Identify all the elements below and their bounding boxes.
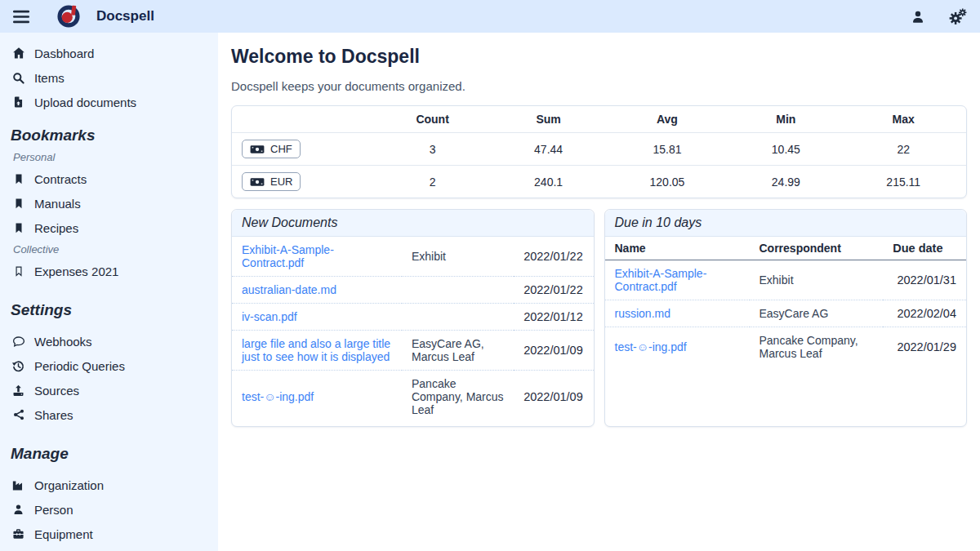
sidebar-item-label: Dasbhoard [34, 47, 94, 60]
bookmark-filled-icon [11, 172, 26, 186]
due-documents-table: Name Correspondent Due date Exhibit-A-Sa… [605, 237, 967, 367]
stats-value: 2 [372, 166, 494, 198]
new-documents-title: New Documents [232, 210, 594, 237]
topbar-actions [911, 7, 967, 26]
document-link[interactable]: test-☺-ing.pdf [242, 390, 314, 403]
document-date: 2022/01/09 [514, 371, 593, 424]
user-menu-icon[interactable] [911, 9, 925, 24]
document-link[interactable]: australian-date.md [242, 283, 336, 296]
stats-corner-cell [232, 106, 372, 133]
docspell-logo-icon[interactable] [57, 5, 80, 28]
document-link[interactable]: iv-scan.pdf [242, 310, 297, 323]
sidebar-item-label: Recipes [34, 221, 78, 235]
new-documents-table: Exhibit-A-Sample-Contract.pdf Exhibit 20… [232, 237, 594, 423]
sidebar-item-bookmark-contracts[interactable]: Contracts [11, 167, 210, 191]
document-date: 2022/01/22 [514, 277, 593, 304]
sidebar-item-label: Shares [34, 408, 74, 422]
main-content: Welcome to Docspell Docspell keeps your … [218, 33, 980, 551]
sidebar-item-periodic-queries[interactable]: Periodic Queries [11, 353, 210, 378]
document-correspondent: EasyCare AG [750, 300, 884, 327]
sidebar-item-label: Person [34, 503, 74, 517]
currency-label: EUR [270, 176, 292, 188]
manage-heading: Manage [11, 445, 210, 463]
sidebar-item-equipment[interactable]: Equipment [11, 522, 210, 546]
stats-value: 240.1 [493, 166, 603, 198]
stats-value: 3 [372, 133, 494, 166]
document-due-date: 2022/01/31 [883, 260, 966, 300]
bookmarks-group-personal: Personal [13, 151, 210, 163]
new-documents-panel: New Documents Exhibit-A-Sample-Contract.… [231, 209, 595, 427]
document-correspondent [402, 304, 514, 331]
sidebar-item-bookmark-recipes[interactable]: Recipes [11, 216, 210, 240]
document-correspondent: Exhibit [750, 260, 884, 300]
table-row: test-☺-ing.pdf Pancake Company, Marcus L… [232, 371, 594, 424]
sidebar-item-label: Equipment [34, 527, 93, 541]
sidebar-item-sources[interactable]: Sources [11, 378, 210, 402]
money-bill-icon [250, 144, 265, 154]
table-row: iv-scan.pdf 2022/01/12 [232, 304, 594, 331]
table-row: test-☺-ing.pdf Pancake Company, Marcus L… [605, 327, 967, 367]
stats-table: Count Sum Avg Min Max [232, 106, 966, 198]
document-link[interactable]: Exhibit-A-Sample-Contract.pdf [242, 243, 334, 269]
top-bar: Docspell [0, 0, 980, 33]
sidebar-item-bookmark-manuals[interactable]: Manuals [11, 191, 210, 216]
stats-value: 24.99 [731, 166, 840, 198]
stats-col-count: Count [372, 106, 494, 133]
money-bill-icon [250, 177, 265, 187]
document-link[interactable]: large file and also a large title just t… [242, 337, 390, 363]
bookmarks-group-collective: Collective [13, 243, 210, 256]
search-icon [11, 71, 26, 85]
document-date: 2022/01/12 [514, 304, 593, 331]
sidebar-item-webhooks[interactable]: Webhooks [11, 329, 210, 353]
sidebar-item-upload-documents[interactable]: Upload documents [11, 90, 210, 114]
document-date: 2022/01/09 [514, 331, 593, 371]
due-documents-title: Due in 10 days [605, 210, 967, 237]
sidebar-item-dashboard[interactable]: Dasbhoard [11, 41, 210, 65]
stats-value: 15.81 [604, 133, 731, 166]
due-col-correspondent: Correspondent [750, 237, 884, 260]
table-header-row: Name Correspondent Due date [605, 237, 967, 260]
document-correspondent: Pancake Company, Marcus Leaf [402, 371, 514, 424]
sidebar-item-shares[interactable]: Shares [11, 402, 210, 427]
sidebar-item-label: Upload documents [34, 96, 136, 109]
document-link[interactable]: test-☺-ing.pdf [615, 340, 687, 353]
page-subtitle: Docspell keeps your documents organized. [231, 79, 967, 93]
sidebar-item-bookmark-expenses-2021[interactable]: Expenses 2021 [11, 259, 210, 283]
stats-col-sum: Sum [493, 106, 603, 133]
app-title: Docspell [96, 8, 154, 24]
due-documents-panel: Due in 10 days Name Correspondent Due da… [604, 209, 968, 427]
upload-icon [11, 384, 26, 398]
sidebar-item-tags[interactable]: Tags [11, 546, 210, 551]
sidebar-item-organization[interactable]: Organization [11, 473, 210, 497]
share-icon [11, 408, 26, 421]
history-icon [11, 359, 26, 373]
file-upload-icon [11, 95, 26, 109]
table-row: large file and also a large title just t… [232, 331, 594, 371]
stats-col-min: Min [731, 106, 840, 133]
document-link[interactable]: Exhibit-A-Sample-Contract.pdf [615, 267, 707, 293]
document-link[interactable]: russion.md [615, 307, 670, 320]
settings-heading: Settings [11, 301, 210, 319]
currency-badge-chf: CHF [242, 140, 301, 158]
stats-row-eur: EUR 2 240.1 120.05 24.99 215.11 [232, 166, 966, 198]
document-due-date: 2022/01/29 [883, 327, 966, 367]
sidebar-item-person[interactable]: Person [11, 497, 210, 522]
document-date: 2022/01/22 [514, 237, 593, 277]
stats-value: 120.05 [604, 166, 731, 198]
menu-icon[interactable] [13, 10, 29, 24]
stats-col-max: Max [840, 106, 966, 133]
person-icon [11, 503, 26, 516]
bookmark-filled-icon [11, 197, 26, 211]
settings-cogs-icon[interactable] [948, 7, 967, 26]
document-correspondent: Exhibit [402, 237, 514, 277]
table-row: Exhibit-A-Sample-Contract.pdf Exhibit 20… [232, 237, 594, 277]
due-col-due-date: Due date [883, 237, 966, 260]
sidebar-item-items[interactable]: Items [11, 65, 210, 90]
bookmark-filled-icon [11, 221, 26, 235]
sidebar-item-label: Contracts [34, 172, 87, 186]
document-due-date: 2022/02/04 [883, 300, 966, 327]
bookmark-outline-icon [11, 264, 26, 278]
table-row: australian-date.md 2022/01/22 [232, 277, 594, 304]
sidebar-item-label: Expenses 2021 [34, 264, 118, 278]
sidebar: Dasbhoard Items Upload documents Bookmar… [0, 33, 218, 551]
